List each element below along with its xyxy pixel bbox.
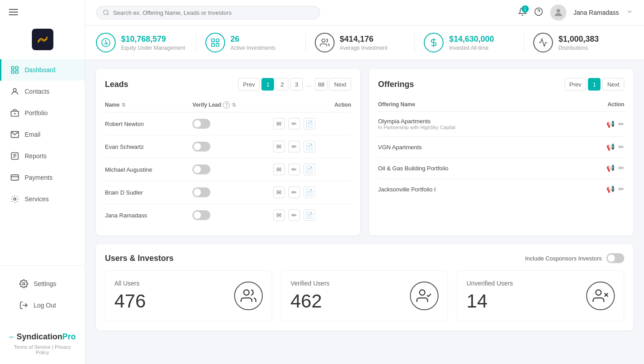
edit-icon[interactable]: ✏ xyxy=(288,118,300,130)
sidebar-item-contacts[interactable]: Contacts xyxy=(0,81,85,102)
offerings-page-1[interactable]: 1 xyxy=(588,78,600,91)
user-avatar xyxy=(550,4,566,21)
stat-investments: 26 Active Investments xyxy=(196,33,306,52)
cosponsors-toggle-switch[interactable] xyxy=(606,253,624,263)
document-icon[interactable]: 📄 xyxy=(304,209,315,221)
edit-icon[interactable]: ✏ xyxy=(288,186,300,198)
offerings-prev-button[interactable]: Prev xyxy=(565,78,587,91)
svg-rect-14 xyxy=(11,175,19,180)
stat-distributions-label: Distributions xyxy=(558,45,599,51)
lead-toggle-2[interactable] xyxy=(192,158,273,181)
megaphone-icon[interactable]: 📢 xyxy=(606,120,615,128)
lead-actions-0: ✉ ✏ 📄 xyxy=(273,113,351,135)
document-icon[interactable]: 📄 xyxy=(304,186,315,198)
stat-invested-label: Invested All-time xyxy=(449,45,494,51)
offerings-next-button[interactable]: Next xyxy=(602,78,624,91)
stat-distributions-icon xyxy=(533,33,553,52)
svg-rect-2 xyxy=(16,67,18,69)
lead-toggle-0[interactable] xyxy=(192,113,273,135)
stat-investments-label: Active Investments xyxy=(231,45,276,51)
email-icon[interactable]: ✉ xyxy=(273,141,285,152)
svg-line-20 xyxy=(108,14,109,15)
leads-page-88[interactable]: 88 xyxy=(315,78,327,91)
document-icon[interactable]: 📄 xyxy=(304,118,315,130)
offering-name-2: Oil & Gas Building Portfolio xyxy=(378,158,578,179)
stat-average-label: Average Investment xyxy=(340,45,388,51)
offering-name-0: Olympia Apartments In Partnership with H… xyxy=(378,112,578,137)
edit-icon[interactable]: ✏ xyxy=(288,209,300,221)
svg-point-5 xyxy=(13,88,17,91)
megaphone-icon[interactable]: 📢 xyxy=(606,143,615,151)
email-icon[interactable]: ✉ xyxy=(273,118,285,130)
sidebar-label-dashboard: Dashboard xyxy=(25,66,56,74)
sidebar-item-reports[interactable]: Reports xyxy=(0,145,85,167)
verify-help-icon[interactable]: ? xyxy=(223,101,230,108)
sidebar-footer: SyndicationPro Terms of Service | Privac… xyxy=(0,323,85,364)
lead-actions-3: ✉ ✏ 📄 xyxy=(273,181,351,204)
unverified-users-card: Unverified Users 14 xyxy=(457,270,624,321)
edit-icon[interactable]: ✏ xyxy=(288,141,300,152)
leads-page-2[interactable]: 2 xyxy=(276,78,288,91)
sidebar-item-services[interactable]: Services xyxy=(0,188,85,210)
lead-toggle-1[interactable] xyxy=(192,135,273,158)
offerings-pagination: Prev 1 Next xyxy=(565,78,624,91)
main-content: 1 Jana Ramadass $10,768,579 Equity Under… xyxy=(85,0,644,364)
megaphone-icon[interactable]: 📢 xyxy=(606,164,615,172)
sidebar-item-payments[interactable]: Payments xyxy=(0,167,85,188)
leads-title: Leads xyxy=(105,80,128,89)
sidebar-item-portfolio[interactable]: Portfolio xyxy=(0,102,85,124)
sidebar-item-settings[interactable]: Settings xyxy=(9,273,76,295)
edit-icon[interactable]: ✏ xyxy=(618,120,624,128)
sidebar-nav: Dashboard Contacts Portfolio Email Repor… xyxy=(0,59,85,265)
edit-icon[interactable]: ✏ xyxy=(618,143,624,151)
stat-equity-label: Equity Under Management xyxy=(121,45,185,51)
leads-page-1[interactable]: 1 xyxy=(261,78,274,91)
table-row: Oil & Gas Building Portfolio 📢 ✏ xyxy=(378,158,624,179)
leads-prev-button[interactable]: Prev xyxy=(238,78,260,91)
search-bar[interactable] xyxy=(96,6,320,19)
leads-table: Name ⇅ Verify Lead ? ⇅ xyxy=(105,98,351,226)
lead-toggle-4[interactable] xyxy=(192,204,273,227)
leads-next-button[interactable]: Next xyxy=(329,78,351,91)
sidebar-item-dashboard[interactable]: Dashboard xyxy=(0,59,85,81)
lead-name-3: Brain D Sudler xyxy=(105,181,192,204)
document-icon[interactable]: 📄 xyxy=(304,164,315,175)
sidebar-item-email[interactable]: Email xyxy=(0,124,85,145)
email-icon[interactable]: ✉ xyxy=(273,209,285,221)
email-icon[interactable]: ✉ xyxy=(273,164,285,175)
user-menu-button[interactable] xyxy=(626,8,633,17)
svg-rect-28 xyxy=(216,43,219,46)
edit-icon[interactable]: ✏ xyxy=(288,164,300,175)
edit-icon[interactable]: ✏ xyxy=(618,164,624,172)
offerings-table: Offering Name Action Olympia Apartments … xyxy=(378,98,624,199)
svg-point-16 xyxy=(14,198,16,200)
offering-actions-0: 📢 ✏ xyxy=(578,112,624,137)
lead-actions-1: ✉ ✏ 📄 xyxy=(273,135,351,158)
svg-rect-4 xyxy=(16,71,18,74)
table-row: Olympia Apartments In Partnership with H… xyxy=(378,112,624,137)
search-input[interactable] xyxy=(113,9,313,16)
terms-link[interactable]: Terms of Service xyxy=(14,344,51,350)
email-icon[interactable]: ✉ xyxy=(273,186,285,198)
lead-actions-4: ✉ ✏ 📄 xyxy=(273,204,351,227)
table-row: VGN Apartments 📢 ✏ xyxy=(378,137,624,158)
leads-panel: Leads Prev 1 2 3 ... 88 Next xyxy=(96,69,360,235)
document-icon[interactable]: 📄 xyxy=(304,141,315,152)
megaphone-icon[interactable]: 📢 xyxy=(606,185,615,193)
svg-point-23 xyxy=(557,9,560,13)
offering-name-1: VGN Apartments xyxy=(378,137,578,158)
verified-users-value: 462 xyxy=(291,290,330,312)
hamburger-button[interactable] xyxy=(0,0,85,24)
sidebar-item-logout[interactable]: Log Out xyxy=(9,295,76,316)
unverified-users-label: Unverified Users xyxy=(466,280,513,287)
help-button[interactable] xyxy=(534,7,543,18)
stat-invested-value: $14,630,000 xyxy=(449,35,494,44)
lead-toggle-3[interactable] xyxy=(192,181,273,204)
include-cosponsors-label: Include Cosponsors Investors xyxy=(525,255,602,262)
offerings-panel: Offerings Prev 1 Next Offering Name Acti… xyxy=(369,69,633,235)
table-row: Robert Newton ✉ ✏ 📄 xyxy=(105,113,351,135)
leads-offerings-row: Leads Prev 1 2 3 ... 88 Next xyxy=(96,69,633,235)
notification-button[interactable]: 1 xyxy=(518,7,527,18)
leads-page-3[interactable]: 3 xyxy=(290,78,303,91)
edit-icon[interactable]: ✏ xyxy=(618,185,624,193)
